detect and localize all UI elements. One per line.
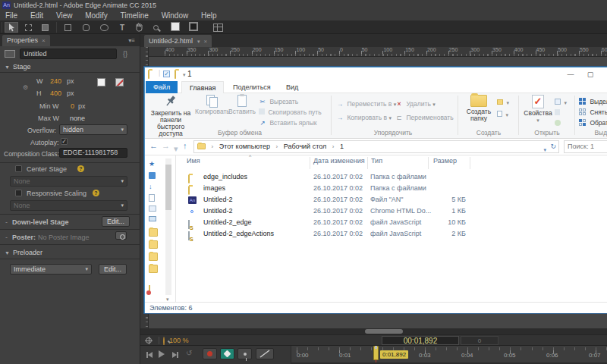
responsive-scaling-checkbox[interactable] xyxy=(15,190,22,196)
height-value[interactable]: 400 xyxy=(50,89,61,97)
nav-folder-icon[interactable] xyxy=(149,265,158,273)
playhead-time-flag[interactable]: 0:01,892 xyxy=(380,350,408,359)
hscrollbar-thumb[interactable] xyxy=(365,329,403,334)
easing-button[interactable] xyxy=(256,348,274,359)
preloader-dropdown[interactable]: Immediate▾ xyxy=(10,264,92,275)
loop-playback-icon[interactable]: ↺ xyxy=(186,349,192,357)
file-row[interactable]: edge_includes 26.10.2017 0:02 Папка с фа… xyxy=(176,171,607,183)
preloader-edit-button[interactable]: Edit... xyxy=(99,264,127,275)
tab-file[interactable]: Файл xyxy=(146,81,178,93)
column-date[interactable]: Дата изменения xyxy=(313,157,365,165)
pin-to-quick-access-button[interactable]: Закрепить на панели быстрого доступа xyxy=(149,95,193,137)
close-icon[interactable]: × xyxy=(204,38,208,45)
rename-button[interactable]: ⊏ Переименовать xyxy=(395,113,454,122)
nav-folder-icon[interactable] xyxy=(149,228,158,237)
center-stage-checkbox[interactable] xyxy=(15,165,22,172)
tab-view[interactable]: Вид xyxy=(278,81,306,93)
rectangle-tool[interactable] xyxy=(61,22,74,33)
select-all-button[interactable]: Выделить все xyxy=(579,97,607,106)
crosshair-icon[interactable] xyxy=(146,337,152,344)
poster-collapse-icon[interactable]: - xyxy=(5,234,8,241)
stage-zoom-level[interactable]: 100 % xyxy=(169,337,189,344)
paste-button[interactable]: Вставить xyxy=(228,95,256,115)
forward-button[interactable]: → xyxy=(162,141,170,150)
delete-button[interactable]: × Удалить ▾ xyxy=(395,99,436,109)
maxw-value[interactable]: none xyxy=(70,115,85,122)
stage-bg-color-swatch[interactable] xyxy=(97,78,105,86)
go-to-start-button[interactable] xyxy=(146,352,153,358)
maximize-button[interactable]: ▢ xyxy=(582,69,599,80)
zoom-tool[interactable] xyxy=(149,22,162,33)
back-button[interactable]: ← xyxy=(149,141,158,150)
nav-scrollbar-thumb[interactable] xyxy=(165,165,171,210)
clip-tool[interactable] xyxy=(38,22,52,33)
menu-window[interactable]: Window xyxy=(156,11,194,20)
menu-timeline[interactable]: Timeline xyxy=(115,11,153,20)
composition-class-input[interactable] xyxy=(59,148,127,158)
fill-color-well[interactable] xyxy=(168,21,182,32)
select-none-button[interactable]: Снять выделение xyxy=(579,108,607,117)
breadcrumb-desktop[interactable]: Рабочий стол xyxy=(284,143,327,150)
element-name-input[interactable] xyxy=(20,49,117,59)
layout-defaults-toggle[interactable] xyxy=(211,22,225,33)
file-row[interactable]: Untitled-2_edgeActions 26.10.2017 0:02 ф… xyxy=(176,228,607,240)
column-separator[interactable] xyxy=(367,157,368,169)
menu-help[interactable]: Help xyxy=(196,11,222,20)
tab-home[interactable]: Главная xyxy=(181,81,224,93)
help-icon[interactable]: ? xyxy=(77,165,84,172)
downlevel-collapse-icon[interactable]: - xyxy=(5,218,8,226)
address-dropdown-icon[interactable]: ▾ xyxy=(543,144,546,155)
file-row[interactable]: Untitled-2 26.10.2017 0:02 Chrome HTML D… xyxy=(176,206,607,217)
move-to-button[interactable]: → Переместить в ▾ xyxy=(336,99,396,109)
nav-scrollbar[interactable] xyxy=(165,158,171,295)
menu-modify[interactable]: Modify xyxy=(80,11,112,20)
camera-icon[interactable] xyxy=(115,231,127,240)
open-button[interactable]: ▾ xyxy=(555,98,567,108)
timeline-playhead[interactable] xyxy=(373,346,379,360)
breadcrumb-this-pc[interactable]: Этот компьютер xyxy=(219,143,270,150)
wh-link-icon[interactable]: ⚙ xyxy=(23,84,28,91)
close-button[interactable]: × xyxy=(602,69,607,80)
selection-tool[interactable] xyxy=(5,22,18,33)
stroke-color-well[interactable] xyxy=(187,21,200,32)
nav-network-folder-icon[interactable] xyxy=(149,285,150,294)
preloader-section-header[interactable]: ▼Preloader xyxy=(5,249,42,256)
recent-locations-icon[interactable]: ▾ xyxy=(174,144,178,154)
stage-hscrollbar[interactable] xyxy=(140,328,607,334)
column-separator[interactable] xyxy=(428,157,429,169)
quick-access-properties-icon[interactable]: ✓ xyxy=(163,71,170,77)
overflow-dropdown[interactable]: hidden▾ xyxy=(59,124,127,135)
stage-overlay-color-swatch[interactable] xyxy=(115,78,124,86)
up-button[interactable]: ↑ xyxy=(183,141,187,150)
file-row[interactable]: Untitled-2_edge 26.10.2017 0:02 файл Jav… xyxy=(176,217,607,228)
copy-to-button[interactable]: → Копировать в ▾ xyxy=(336,113,392,123)
file-row[interactable]: An Untitled-2 26.10.2017 0:02 Файл "AN" … xyxy=(176,194,607,206)
copy-button[interactable]: Копировать xyxy=(195,95,228,115)
edit-button[interactable] xyxy=(555,108,561,118)
explorer-titlebar[interactable]: | ✓ ▾ 1 — ▢ × xyxy=(145,67,607,81)
column-size[interactable]: Размер xyxy=(433,157,457,165)
timeline-ruler[interactable]: 0:000:010:030:040:050:060:07 0:01,892 xyxy=(291,346,607,364)
nav-pictures-icon[interactable] xyxy=(149,206,156,212)
nav-more-icon[interactable]: ▾ xyxy=(166,297,169,302)
downlevel-edit-button[interactable]: Edit... xyxy=(102,216,130,227)
navigation-pane[interactable]: ★ ↓ ▾ xyxy=(145,155,176,302)
nav-this-pc-icon[interactable] xyxy=(149,216,156,221)
column-separator[interactable] xyxy=(470,157,470,169)
width-value[interactable]: 240 xyxy=(50,77,61,85)
refresh-icon[interactable]: ↻ xyxy=(550,141,556,152)
copy-path-button[interactable]: Скопировать путь xyxy=(259,108,322,117)
column-type[interactable]: Тип xyxy=(371,157,382,165)
quick-access-customize-icon[interactable]: ▾ xyxy=(183,72,186,78)
chevron-down-icon[interactable]: ▾ xyxy=(197,39,200,44)
column-name[interactable]: Имя xyxy=(187,157,200,165)
rounded-rectangle-tool[interactable] xyxy=(79,22,93,33)
help-icon[interactable]: ? xyxy=(93,190,99,196)
history-button[interactable] xyxy=(555,119,562,128)
new-item-button[interactable]: ▾ xyxy=(497,98,509,108)
menu-edit[interactable]: Edit xyxy=(25,11,49,20)
properties-button[interactable]: ✓ Свойства ▾ xyxy=(523,95,553,124)
nav-documents-icon[interactable] xyxy=(149,194,155,202)
menu-view[interactable]: View xyxy=(51,11,78,20)
close-icon[interactable]: × xyxy=(42,37,46,44)
